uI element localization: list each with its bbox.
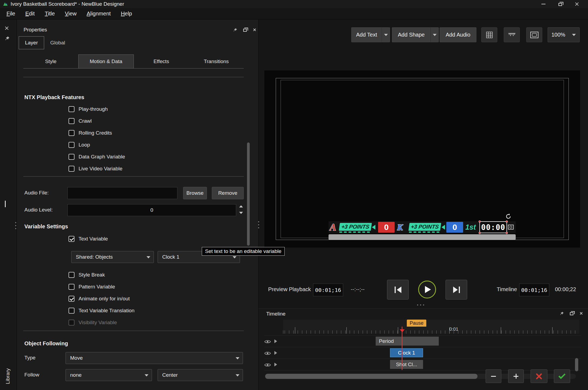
preview-time-field[interactable]: 00:01;16: [313, 284, 343, 296]
pin-panel-button[interactable]: [559, 310, 565, 316]
follow-target-dropdown[interactable]: none: [66, 369, 152, 381]
browse-button[interactable]: Browse: [183, 187, 207, 199]
selection-handle[interactable]: [479, 220, 481, 223]
audio-level-input[interactable]: 0: [67, 204, 236, 216]
checkbox-rolling-credits[interactable]: [69, 130, 74, 136]
float-panel-button[interactable]: [568, 310, 574, 316]
go-to-end-button[interactable]: [446, 280, 467, 300]
period-text[interactable]: 1st: [465, 223, 476, 232]
play-button[interactable]: [418, 281, 436, 298]
track-visibility-toggle[interactable]: [264, 362, 271, 366]
track-visibility-toggle[interactable]: [264, 351, 271, 355]
rotate-handle[interactable]: [505, 213, 512, 221]
home-bonus-badge[interactable]: +3 POINTS: [339, 223, 372, 231]
rail-splitter[interactable]: [15, 222, 16, 229]
close-panel-button[interactable]: [578, 310, 584, 316]
timeline-ruler[interactable]: [283, 320, 579, 334]
menu-item-file[interactable]: File: [2, 8, 20, 19]
type-label: Type: [24, 355, 35, 361]
add-text-dropdown-arrow[interactable]: [382, 28, 390, 42]
panel-splitter-vertical[interactable]: [258, 221, 259, 228]
float-panel-button[interactable]: [242, 27, 248, 33]
properties-scrollbar[interactable]: [247, 142, 250, 246]
scrollbar-thumb[interactable]: [265, 374, 477, 379]
checkbox-data-graph-variable[interactable]: [69, 154, 74, 160]
zoom-out-timeline-button[interactable]: [486, 369, 501, 383]
timeline-vertical-scrollbar[interactable]: [575, 358, 578, 371]
timeline-horizontal-scrollbar[interactable]: [265, 374, 576, 379]
selection-handle[interactable]: [506, 232, 508, 234]
preview-canvas[interactable]: A +3 POINTS 0 K +3 POINTS 0 1st 00:00: [264, 70, 580, 248]
safe-area-toggle-button[interactable]: [526, 27, 542, 42]
tab-global[interactable]: Global: [44, 36, 71, 49]
checkbox-text-variable-translation[interactable]: [69, 308, 74, 314]
close-panel-button[interactable]: [252, 27, 258, 33]
zoom-level-dropdown[interactable]: 100%: [548, 27, 580, 42]
close-button[interactable]: [568, 0, 585, 8]
add-shape-button[interactable]: Add Shape: [392, 27, 439, 42]
add-text-button[interactable]: Add Text: [351, 27, 390, 42]
audio-file-input[interactable]: [67, 187, 177, 199]
menu-item-view[interactable]: View: [61, 8, 81, 19]
zoom-in-timeline-button[interactable]: [508, 369, 524, 383]
timeline-time-field[interactable]: 00:01;16: [519, 284, 549, 296]
audio-level-decrease-button[interactable]: [238, 210, 244, 216]
restore-button[interactable]: [552, 0, 568, 8]
following-type-dropdown[interactable]: Move: [66, 352, 243, 364]
checkbox-animate-only-in-out[interactable]: [69, 296, 74, 302]
track-clip-period[interactable]: Period: [376, 337, 439, 346]
subtab-transitions[interactable]: Transitions: [189, 54, 244, 68]
grid-toggle-button[interactable]: [481, 27, 497, 42]
checkbox-text-variable[interactable]: [69, 236, 74, 242]
away-bonus-badge[interactable]: +3 POINTS: [408, 223, 441, 231]
checkbox-live-video-variable[interactable]: [69, 166, 74, 172]
checkbox-crawl[interactable]: [69, 118, 74, 124]
selection-handle[interactable]: [479, 232, 481, 234]
track-expander[interactable]: [274, 351, 277, 355]
remove-button[interactable]: Remove: [212, 187, 244, 199]
follow-anchor-dropdown[interactable]: Center: [158, 369, 243, 381]
subtab-motion-data[interactable]: Motion & Data: [78, 54, 134, 68]
menu-item-edit[interactable]: Edit: [21, 8, 39, 19]
checkbox-play-through[interactable]: [69, 106, 74, 112]
add-shape-dropdown-arrow[interactable]: [430, 28, 438, 42]
expand-panel-button[interactable]: [5, 202, 6, 207]
pin-panel-button[interactable]: [232, 27, 238, 33]
away-score[interactable]: 0: [446, 222, 463, 233]
track-expander[interactable]: [274, 339, 277, 343]
shared-scope-dropdown[interactable]: Shared: Objects: [71, 251, 154, 263]
home-score[interactable]: 0: [378, 222, 395, 233]
track-clip-shot-clock[interactable]: Shot Cl...: [390, 360, 423, 369]
selection-handle[interactable]: [506, 220, 508, 223]
cancel-button[interactable]: [531, 369, 547, 383]
menu-item-help[interactable]: Help: [116, 8, 136, 19]
home-arrow-icon: [372, 225, 375, 230]
rail-pin-button[interactable]: [5, 36, 10, 43]
subtab-effects[interactable]: Effects: [134, 54, 189, 68]
go-to-start-button[interactable]: [387, 280, 409, 300]
subtab-style[interactable]: Style: [23, 54, 78, 68]
checkbox-style-break[interactable]: [69, 272, 74, 278]
ruler-toggle-button[interactable]: [504, 27, 520, 42]
track-visibility-toggle[interactable]: [264, 339, 271, 343]
menu-item-alignment[interactable]: Alignment: [82, 8, 115, 19]
scoreboard-strip[interactable]: A +3 POINTS 0 K +3 POINTS 0 1st 00:00: [329, 221, 516, 233]
track-expander[interactable]: [274, 363, 277, 366]
add-audio-button[interactable]: Add Audio: [440, 27, 476, 42]
confirm-button[interactable]: [554, 369, 570, 383]
home-team-logo[interactable]: A: [330, 222, 336, 232]
game-clock-object[interactable]: 00:00: [479, 221, 507, 233]
panel-splitter-horizontal[interactable]: [417, 304, 424, 306]
playhead-line[interactable]: [402, 327, 402, 370]
pause-marker[interactable]: Pause: [407, 320, 426, 327]
checkbox-pattern-variable[interactable]: [69, 284, 74, 290]
away-team-logo[interactable]: K: [397, 223, 403, 232]
scoreboard-lower-bar[interactable]: [329, 234, 516, 240]
checkbox-loop[interactable]: [69, 142, 74, 148]
track-clip-clock1[interactable]: Clock 1: [390, 348, 423, 357]
library-panel-tab[interactable]: Library: [5, 368, 11, 384]
menu-item-title[interactable]: Title: [40, 8, 59, 19]
audio-level-increase-button[interactable]: [238, 204, 244, 209]
minimize-button[interactable]: [535, 0, 552, 8]
tab-layer[interactable]: Layer: [19, 36, 44, 49]
